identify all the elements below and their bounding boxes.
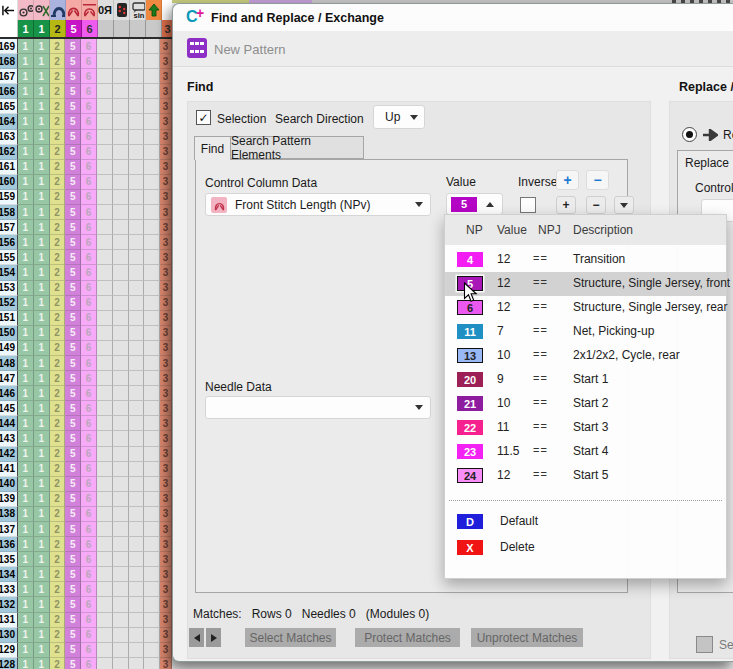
grid-cell[interactable]: 2	[50, 311, 66, 326]
row-number[interactable]: 148	[0, 356, 18, 371]
grid-cell[interactable]: 2	[50, 492, 66, 507]
machine-icon[interactable]	[114, 0, 130, 20]
grid-cell[interactable]: 3	[160, 205, 172, 220]
grid-cell[interactable]: 5	[65, 597, 81, 612]
stitch-front-icon[interactable]	[66, 0, 82, 20]
grid-cell[interactable]	[97, 39, 113, 54]
row-number[interactable]: 167	[0, 69, 18, 84]
grid-cell[interactable]: 1	[18, 235, 34, 250]
grid-cell[interactable]: 2	[50, 582, 66, 597]
np-option-row[interactable]: 412==Transition	[445, 248, 726, 272]
grid-cell[interactable]	[129, 371, 145, 386]
grid-cell[interactable]	[129, 39, 145, 54]
replace-select-matches-checkbox[interactable]	[696, 636, 713, 653]
grid-cell[interactable]: 3	[160, 537, 172, 552]
grid-cell[interactable]	[97, 160, 113, 175]
sintral-icon[interactable]: sin	[130, 0, 146, 20]
grid-cell[interactable]	[129, 326, 145, 341]
grid-cell[interactable]: 2	[50, 522, 66, 537]
grid-cell[interactable]	[97, 356, 113, 371]
grid-cell[interactable]: 1	[18, 386, 34, 401]
grid-cell[interactable]	[144, 54, 160, 69]
select-matches-button[interactable]: Select Matches	[245, 628, 336, 647]
grid-cell[interactable]: 5	[65, 613, 81, 628]
grid-cell[interactable]: 1	[34, 643, 50, 658]
grid-cell[interactable]	[129, 175, 145, 190]
grid-cell[interactable]: 1	[18, 643, 34, 658]
grid-cell[interactable]: 3	[160, 628, 172, 643]
grid-cell[interactable]	[97, 613, 113, 628]
row-number[interactable]: 151	[0, 311, 18, 326]
grid-cell[interactable]: 3	[160, 114, 172, 129]
column-header[interactable]: 1	[34, 20, 50, 37]
row-number[interactable]: 159	[0, 190, 18, 205]
grid-cell[interactable]	[144, 69, 160, 84]
stitch-rear-icon[interactable]	[82, 0, 98, 20]
grid-cell[interactable]	[97, 311, 113, 326]
grid-cell[interactable]	[129, 145, 145, 160]
grid-cell[interactable]: 2	[50, 190, 66, 205]
grid-cell[interactable]: 2	[50, 130, 66, 145]
grid-cell[interactable]	[129, 401, 145, 416]
grid-cell[interactable]	[144, 447, 160, 462]
grid-cell[interactable]	[113, 296, 129, 311]
row-number[interactable]: 152	[0, 296, 18, 311]
grid-cell[interactable]: 5	[65, 447, 81, 462]
grid-cell[interactable]	[97, 296, 113, 311]
grid-cell[interactable]: 1	[34, 69, 50, 84]
grid-cell[interactable]: 1	[34, 507, 50, 522]
grid-cell[interactable]	[129, 130, 145, 145]
grid-cell[interactable]: 6	[81, 265, 97, 280]
grid-cell[interactable]: 6	[81, 356, 97, 371]
grid-cell[interactable]: 3	[160, 371, 172, 386]
value-select[interactable]: 5	[446, 193, 503, 215]
grid-cell[interactable]	[144, 190, 160, 205]
grid-cell[interactable]: 3	[160, 447, 172, 462]
grid-cell[interactable]	[97, 597, 113, 612]
grid-cell[interactable]	[97, 235, 113, 250]
grid-cell[interactable]: 6	[81, 477, 97, 492]
inverse-checkbox[interactable]	[520, 197, 536, 213]
grid-cell[interactable]: 3	[160, 220, 172, 235]
grid-cell[interactable]: 5	[65, 220, 81, 235]
grid-cell[interactable]: 1	[18, 114, 34, 129]
grid-cell[interactable]	[144, 39, 160, 54]
grid-cell[interactable]	[113, 447, 129, 462]
grid-cell[interactable]: 5	[65, 235, 81, 250]
row-number[interactable]: 150	[0, 326, 18, 341]
grid-cell[interactable]	[97, 341, 113, 356]
row-number[interactable]: 144	[0, 416, 18, 431]
grid-cell[interactable]	[129, 54, 145, 69]
grid-cell[interactable]	[113, 643, 129, 658]
grid-cell[interactable]: 1	[34, 492, 50, 507]
grid-cell[interactable]: 6	[81, 537, 97, 552]
grid-cell[interactable]	[129, 431, 145, 446]
column-header[interactable]	[130, 20, 146, 37]
grid-cell[interactable]	[97, 69, 113, 84]
yarn-feeder-icon[interactable]	[18, 0, 34, 20]
grid-cell[interactable]: 2	[50, 114, 66, 129]
grid-cell[interactable]	[113, 462, 129, 477]
grid-cell[interactable]	[144, 296, 160, 311]
grid-cell[interactable]	[113, 220, 129, 235]
grid-cell[interactable]	[144, 114, 160, 129]
grid-cell[interactable]	[144, 250, 160, 265]
grid-cell[interactable]	[113, 205, 129, 220]
grid-cell[interactable]: 1	[34, 114, 50, 129]
grid-cell[interactable]: 2	[50, 597, 66, 612]
grid-cell[interactable]: 2	[50, 628, 66, 643]
grid-cell[interactable]	[97, 447, 113, 462]
grid-cell[interactable]	[144, 492, 160, 507]
grid-cell[interactable]: 3	[160, 265, 172, 280]
grid-cell[interactable]: 5	[65, 507, 81, 522]
grid-cell[interactable]: 6	[81, 235, 97, 250]
grid-cell[interactable]	[144, 386, 160, 401]
grid-cell[interactable]	[129, 296, 145, 311]
grid-cell[interactable]	[144, 130, 160, 145]
row-number[interactable]: 139	[0, 492, 18, 507]
grid-cell[interactable]	[129, 522, 145, 537]
grid-cell[interactable]	[113, 431, 129, 446]
grid-cell[interactable]: 6	[81, 54, 97, 69]
grid-cell[interactable]	[144, 235, 160, 250]
grid-cell[interactable]	[113, 477, 129, 492]
